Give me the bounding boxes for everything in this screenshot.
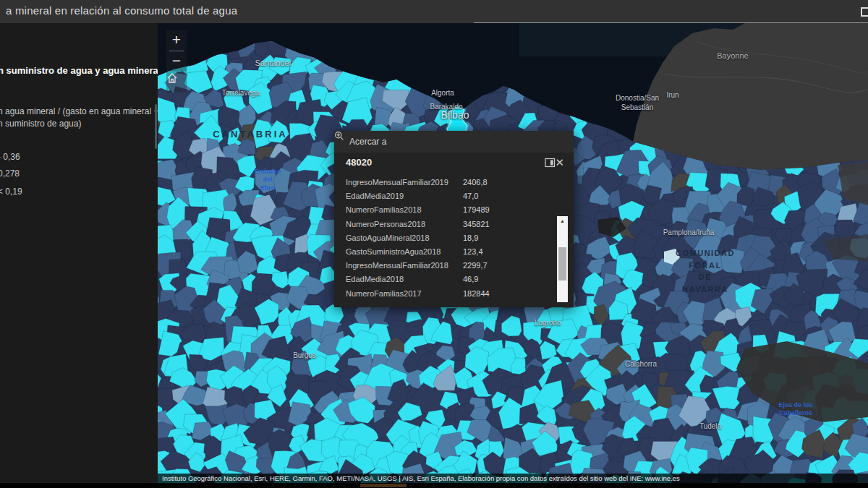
zoom-in-button[interactable]: + bbox=[166, 30, 187, 51]
attribute-field: NumeroFamilias2017 bbox=[346, 287, 422, 301]
legend-item-low: < 0,19 bbox=[0, 187, 22, 197]
legend-sidebar: n suministro de agua y agua mineral n ag… bbox=[0, 23, 158, 483]
legend-item-high: - 0,36 bbox=[0, 152, 20, 162]
legend-item-mid: 0,278 bbox=[0, 168, 20, 179]
attribute-field: GastoAguaMineral2018 bbox=[346, 231, 430, 245]
zoom-controls: + − bbox=[166, 30, 187, 72]
attribute-row: IngresoMensualFamiliar20182299,7 bbox=[334, 259, 557, 273]
attribute-value: 345821 bbox=[463, 218, 490, 231]
attribute-field: GastoSuministroAgua2018 bbox=[346, 245, 441, 259]
legend-description-line2: n suministro de agua) bbox=[0, 119, 81, 129]
attribute-row: EdadMedia201947,0 bbox=[334, 189, 557, 203]
bottom-strip-accent bbox=[360, 484, 407, 487]
title-bar: a mineral en relación al consumo total d… bbox=[0, 0, 868, 23]
home-button[interactable] bbox=[166, 72, 187, 93]
attribute-value: 46,9 bbox=[463, 273, 478, 286]
zoom-out-button[interactable]: − bbox=[166, 51, 187, 72]
attribute-row: NumeroFamilias2017182844 bbox=[334, 287, 557, 301]
popup-title-row: 48020 ✕ bbox=[334, 153, 574, 174]
page-title: a mineral en relación al consumo total d… bbox=[6, 4, 237, 17]
attribute-value: 2299,7 bbox=[463, 259, 488, 273]
popup-scrollbar[interactable]: ▲ ▼ bbox=[557, 216, 568, 302]
popup-zoom-to-bar[interactable]: Acercar a bbox=[334, 131, 574, 153]
attribute-row: GastoSuministroAgua2018123,4 bbox=[334, 245, 557, 259]
legend-description: n agua mineral / (gasto en agua mineral … bbox=[0, 106, 158, 131]
attribute-value: 179489 bbox=[463, 203, 490, 217]
attribute-row: NumeroFamilias2018179489 bbox=[334, 203, 557, 217]
popup-attribute-table: IngresoMensualFamiliar20192406,8EdadMedi… bbox=[334, 174, 574, 302]
legend-description-line1: n agua mineral / (gasto en agua mineral … bbox=[0, 106, 158, 116]
legend-title: n suministro de agua y agua mineral bbox=[0, 65, 158, 77]
attribute-field: EdadMedia2018 bbox=[346, 273, 404, 286]
attribute-row: IngresoMensualFamiliar20192406,8 bbox=[334, 176, 557, 189]
attribute-value: 2406,8 bbox=[463, 176, 488, 189]
scrollbar-thumb[interactable] bbox=[558, 247, 566, 281]
attribute-field: IngresoMensualFamiliar2018 bbox=[346, 259, 448, 273]
map-attribution: Instituto Geográfico Nacional, Esri, HER… bbox=[158, 474, 868, 483]
zoom-to-label: Acercar a bbox=[349, 137, 386, 147]
attribute-row: EdadMedia201846,9 bbox=[334, 273, 557, 286]
attribute-row: NumeroPersonas2018345821 bbox=[334, 218, 557, 231]
attribute-field: IngresoMensualFamiliar2019 bbox=[346, 176, 448, 189]
popup-title: 48020 bbox=[346, 157, 372, 168]
app-window: a mineral en relación al consumo total d… bbox=[0, 0, 868, 488]
attribute-value: 182844 bbox=[463, 287, 490, 301]
close-icon[interactable]: ✕ bbox=[555, 156, 564, 169]
map-canvas[interactable]: SantanderTorrelavegaCANTABRIAAlgortaBara… bbox=[158, 23, 868, 483]
attribute-field: EdadMedia2019 bbox=[346, 189, 404, 203]
attribute-value: 18,9 bbox=[463, 231, 478, 245]
attribute-value: 123,4 bbox=[463, 245, 483, 259]
attribute-row: GastoAguaMineral201818,9 bbox=[334, 231, 557, 245]
attribute-value: 47,0 bbox=[463, 189, 478, 203]
feature-popup: Acercar a 48020 ✕ IngresoMensualFamiliar… bbox=[334, 131, 574, 307]
scroll-up-icon[interactable]: ▲ bbox=[557, 216, 568, 226]
sidebar-scrollbar[interactable] bbox=[155, 104, 157, 149]
window-icon[interactable] bbox=[861, 7, 868, 17]
attribute-field: NumeroPersonas2018 bbox=[346, 218, 425, 231]
attribute-field: NumeroFamilias2018 bbox=[346, 203, 422, 217]
